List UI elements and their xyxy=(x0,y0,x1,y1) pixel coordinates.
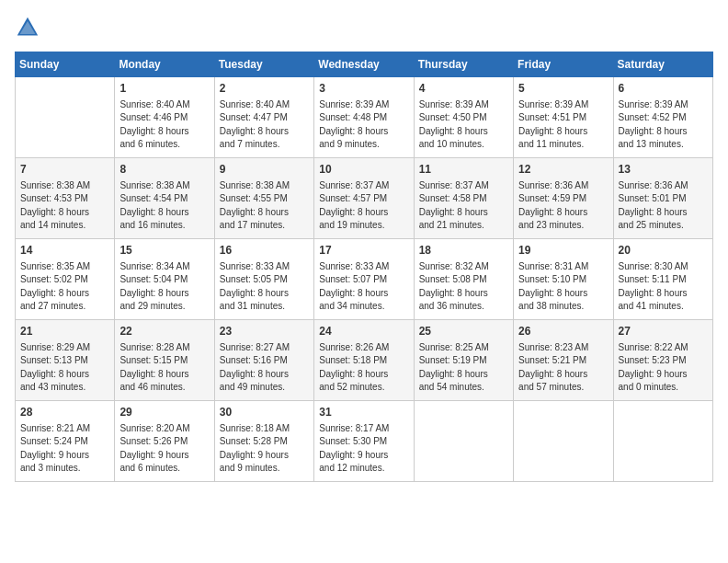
calendar-day-cell xyxy=(613,401,712,482)
day-info: Sunrise: 8:39 AM Sunset: 4:51 PM Dayligh… xyxy=(518,98,608,152)
day-number: 24 xyxy=(319,324,408,339)
calendar-day-cell: 7Sunrise: 8:38 AM Sunset: 4:53 PM Daylig… xyxy=(16,158,115,239)
day-info: Sunrise: 8:33 AM Sunset: 5:05 PM Dayligh… xyxy=(220,260,309,314)
calendar-day-cell: 16Sunrise: 8:33 AM Sunset: 5:05 PM Dayli… xyxy=(214,239,313,320)
day-info: Sunrise: 8:25 AM Sunset: 5:19 PM Dayligh… xyxy=(419,341,508,395)
day-number: 28 xyxy=(20,405,109,420)
header-day-wednesday: Wednesday xyxy=(314,52,414,77)
calendar-day-cell: 12Sunrise: 8:36 AM Sunset: 4:59 PM Dayli… xyxy=(514,158,613,239)
calendar-day-cell: 22Sunrise: 8:28 AM Sunset: 5:15 PM Dayli… xyxy=(115,320,214,401)
day-number: 8 xyxy=(119,162,209,178)
day-number: 4 xyxy=(419,81,508,97)
calendar-day-cell xyxy=(16,77,115,158)
header-day-thursday: Thursday xyxy=(414,52,513,77)
day-info: Sunrise: 8:27 AM Sunset: 5:16 PM Dayligh… xyxy=(220,341,309,395)
day-info: Sunrise: 8:39 AM Sunset: 4:50 PM Dayligh… xyxy=(419,98,508,152)
day-number: 31 xyxy=(319,405,408,420)
day-number: 25 xyxy=(419,324,508,339)
calendar-table: SundayMondayTuesdayWednesdayThursdayFrid… xyxy=(15,52,713,482)
calendar-day-cell: 25Sunrise: 8:25 AM Sunset: 5:19 PM Dayli… xyxy=(414,320,513,401)
day-info: Sunrise: 8:33 AM Sunset: 5:07 PM Dayligh… xyxy=(319,260,408,314)
day-info: Sunrise: 8:29 AM Sunset: 5:13 PM Dayligh… xyxy=(20,341,109,395)
calendar-day-cell: 1Sunrise: 8:40 AM Sunset: 4:46 PM Daylig… xyxy=(115,77,214,158)
calendar-day-cell: 4Sunrise: 8:39 AM Sunset: 4:50 PM Daylig… xyxy=(414,77,513,158)
calendar-day-cell: 19Sunrise: 8:31 AM Sunset: 5:10 PM Dayli… xyxy=(514,239,613,320)
day-info: Sunrise: 8:28 AM Sunset: 5:15 PM Dayligh… xyxy=(119,341,209,395)
day-info: Sunrise: 8:22 AM Sunset: 5:23 PM Dayligh… xyxy=(619,341,708,395)
calendar-day-cell xyxy=(414,401,513,482)
day-number: 14 xyxy=(20,243,109,259)
day-number: 20 xyxy=(619,243,708,259)
header-day-sunday: Sunday xyxy=(16,52,115,77)
day-info: Sunrise: 8:26 AM Sunset: 5:18 PM Dayligh… xyxy=(319,341,408,395)
day-number: 29 xyxy=(119,405,209,420)
day-number: 16 xyxy=(220,243,309,259)
day-info: Sunrise: 8:35 AM Sunset: 5:02 PM Dayligh… xyxy=(20,260,109,314)
day-info: Sunrise: 8:30 AM Sunset: 5:11 PM Dayligh… xyxy=(619,260,708,314)
day-info: Sunrise: 8:39 AM Sunset: 4:52 PM Dayligh… xyxy=(619,98,708,152)
day-info: Sunrise: 8:38 AM Sunset: 4:54 PM Dayligh… xyxy=(119,179,209,233)
calendar-day-cell: 24Sunrise: 8:26 AM Sunset: 5:18 PM Dayli… xyxy=(314,320,414,401)
day-number: 27 xyxy=(619,324,708,339)
calendar-day-cell: 23Sunrise: 8:27 AM Sunset: 5:16 PM Dayli… xyxy=(214,320,313,401)
calendar-header-row: SundayMondayTuesdayWednesdayThursdayFrid… xyxy=(16,52,713,77)
calendar-day-cell: 14Sunrise: 8:35 AM Sunset: 5:02 PM Dayli… xyxy=(16,239,115,320)
day-info: Sunrise: 8:36 AM Sunset: 5:01 PM Dayligh… xyxy=(619,179,708,233)
calendar-day-cell xyxy=(514,401,613,482)
day-info: Sunrise: 8:40 AM Sunset: 4:47 PM Dayligh… xyxy=(220,98,309,152)
calendar-day-cell: 29Sunrise: 8:20 AM Sunset: 5:26 PM Dayli… xyxy=(115,401,214,482)
calendar-day-cell: 21Sunrise: 8:29 AM Sunset: 5:13 PM Dayli… xyxy=(16,320,115,401)
calendar-day-cell: 10Sunrise: 8:37 AM Sunset: 4:57 PM Dayli… xyxy=(314,158,414,239)
calendar-day-cell: 8Sunrise: 8:38 AM Sunset: 4:54 PM Daylig… xyxy=(115,158,214,239)
page-header xyxy=(15,15,713,40)
header-day-friday: Friday xyxy=(514,52,613,77)
calendar-week-row: 21Sunrise: 8:29 AM Sunset: 5:13 PM Dayli… xyxy=(16,320,713,401)
day-number: 13 xyxy=(619,162,708,178)
day-info: Sunrise: 8:20 AM Sunset: 5:26 PM Dayligh… xyxy=(119,422,209,476)
day-info: Sunrise: 8:39 AM Sunset: 4:48 PM Dayligh… xyxy=(319,98,408,152)
day-number: 1 xyxy=(119,81,209,97)
day-number: 12 xyxy=(518,162,608,178)
calendar-day-cell: 31Sunrise: 8:17 AM Sunset: 5:30 PM Dayli… xyxy=(314,401,414,482)
day-number: 22 xyxy=(119,324,209,339)
day-number: 26 xyxy=(518,324,608,339)
calendar-day-cell: 26Sunrise: 8:23 AM Sunset: 5:21 PM Dayli… xyxy=(514,320,613,401)
calendar-day-cell: 20Sunrise: 8:30 AM Sunset: 5:11 PM Dayli… xyxy=(613,239,712,320)
header-day-saturday: Saturday xyxy=(613,52,712,77)
day-number: 15 xyxy=(119,243,209,259)
day-number: 7 xyxy=(20,162,109,178)
day-number: 2 xyxy=(220,81,309,97)
day-info: Sunrise: 8:38 AM Sunset: 4:55 PM Dayligh… xyxy=(220,179,309,233)
day-number: 30 xyxy=(220,405,309,420)
day-number: 18 xyxy=(419,243,508,259)
day-info: Sunrise: 8:32 AM Sunset: 5:08 PM Dayligh… xyxy=(419,260,508,314)
calendar-week-row: 28Sunrise: 8:21 AM Sunset: 5:24 PM Dayli… xyxy=(16,401,713,482)
day-info: Sunrise: 8:36 AM Sunset: 4:59 PM Dayligh… xyxy=(518,179,608,233)
day-number: 17 xyxy=(319,243,408,259)
day-info: Sunrise: 8:18 AM Sunset: 5:28 PM Dayligh… xyxy=(220,422,309,476)
day-info: Sunrise: 8:34 AM Sunset: 5:04 PM Dayligh… xyxy=(119,260,209,314)
logo-icon xyxy=(15,15,40,40)
day-number: 10 xyxy=(319,162,408,178)
day-number: 11 xyxy=(419,162,508,178)
day-info: Sunrise: 8:40 AM Sunset: 4:46 PM Dayligh… xyxy=(119,98,209,152)
calendar-day-cell: 2Sunrise: 8:40 AM Sunset: 4:47 PM Daylig… xyxy=(214,77,313,158)
day-number: 21 xyxy=(20,324,109,339)
day-info: Sunrise: 8:37 AM Sunset: 4:58 PM Dayligh… xyxy=(419,179,508,233)
calendar-day-cell: 9Sunrise: 8:38 AM Sunset: 4:55 PM Daylig… xyxy=(214,158,313,239)
calendar-week-row: 7Sunrise: 8:38 AM Sunset: 4:53 PM Daylig… xyxy=(16,158,713,239)
header-day-monday: Monday xyxy=(115,52,214,77)
day-info: Sunrise: 8:21 AM Sunset: 5:24 PM Dayligh… xyxy=(20,422,109,476)
calendar-day-cell: 18Sunrise: 8:32 AM Sunset: 5:08 PM Dayli… xyxy=(414,239,513,320)
calendar-day-cell: 13Sunrise: 8:36 AM Sunset: 5:01 PM Dayli… xyxy=(613,158,712,239)
day-number: 19 xyxy=(518,243,608,259)
day-number: 23 xyxy=(220,324,309,339)
calendar-day-cell: 27Sunrise: 8:22 AM Sunset: 5:23 PM Dayli… xyxy=(613,320,712,401)
calendar-day-cell: 15Sunrise: 8:34 AM Sunset: 5:04 PM Dayli… xyxy=(115,239,214,320)
day-number: 9 xyxy=(220,162,309,178)
calendar-week-row: 14Sunrise: 8:35 AM Sunset: 5:02 PM Dayli… xyxy=(16,239,713,320)
day-info: Sunrise: 8:37 AM Sunset: 4:57 PM Dayligh… xyxy=(319,179,408,233)
day-info: Sunrise: 8:31 AM Sunset: 5:10 PM Dayligh… xyxy=(518,260,608,314)
day-info: Sunrise: 8:23 AM Sunset: 5:21 PM Dayligh… xyxy=(518,341,608,395)
calendar-day-cell: 11Sunrise: 8:37 AM Sunset: 4:58 PM Dayli… xyxy=(414,158,513,239)
